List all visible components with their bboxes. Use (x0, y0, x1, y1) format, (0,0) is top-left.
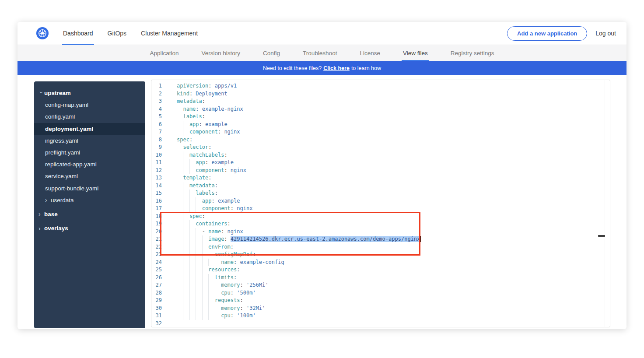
code-line[interactable]: 14metadata: (151, 182, 610, 190)
indent-guides (177, 197, 202, 205)
indent-guides (177, 144, 183, 151)
line-content[interactable]: apiVersion: apps/v1 (177, 82, 237, 90)
logout-link[interactable]: Log out (595, 30, 616, 37)
line-content[interactable]: component: nginx (177, 167, 246, 175)
code-line[interactable]: 2kind: Deployment (151, 90, 610, 98)
tab-version-history[interactable]: Version history (200, 45, 242, 61)
code-line[interactable]: 6app: example (151, 121, 610, 129)
line-content[interactable]: labels: (177, 190, 218, 197)
line-content[interactable]: resources: (177, 266, 240, 274)
yaml-value: example (205, 121, 228, 127)
tree-file-service.yaml[interactable]: service.yaml (34, 170, 145, 182)
tab-registry-settings[interactable]: Registry settings (449, 45, 496, 61)
code-line[interactable]: 25resources: (151, 266, 610, 274)
tree-file-preflight.yaml[interactable]: preflight.yaml (34, 147, 145, 158)
code-line[interactable]: 8spec: (151, 136, 610, 144)
nav-item-cluster-management[interactable]: Cluster Management (140, 22, 199, 45)
tab-application[interactable]: Application (148, 45, 180, 61)
code-line[interactable]: 15labels: (151, 190, 610, 197)
tree-file-config.yaml[interactable]: config.yaml (34, 111, 145, 123)
code-line[interactable]: 12component: nginx (151, 167, 610, 175)
line-content[interactable]: memory: '32Mi' (177, 305, 265, 312)
tree-folder-overlays[interactable]: ›overlays (34, 222, 145, 234)
code-line[interactable]: 29requests: (151, 297, 610, 305)
tab-troubleshoot[interactable]: Troubleshoot (301, 45, 338, 61)
indent-guides (177, 151, 189, 159)
code-line[interactable]: 3metadata: (151, 98, 610, 105)
line-content[interactable]: selector: (177, 144, 211, 151)
code-line[interactable]: 31cpu: '100m' (151, 312, 610, 320)
line-content[interactable]: - configMapRef: (177, 251, 256, 259)
tree-file-replicated-app.yaml[interactable]: replicated-app.yaml (34, 158, 145, 170)
code-line[interactable]: 28cpu: '500m' (151, 289, 610, 297)
code-line[interactable]: 5labels: (151, 113, 610, 121)
line-content[interactable]: kind: Deployment (177, 90, 228, 98)
indent-guides (177, 174, 183, 182)
nav-item-gitops[interactable]: GitOps (107, 22, 128, 45)
code-line[interactable]: 23- configMapRef: (151, 251, 610, 259)
tree-file-ingress.yaml[interactable]: ingress.yaml (34, 135, 145, 147)
line-content[interactable]: name: example-nginx (177, 105, 243, 113)
tree-file-support-bundle.yaml[interactable]: support-bundle.yaml (34, 183, 145, 194)
line-content[interactable]: cpu: '100m' (177, 312, 256, 320)
code-line[interactable]: 19containers: (151, 220, 610, 228)
code-line[interactable]: 1apiVersion: apps/v1 (151, 82, 610, 90)
tree-file-deployment.yaml[interactable]: deployment.yaml (34, 123, 145, 135)
code-line[interactable]: 4name: example-nginx (151, 105, 610, 113)
add-application-button[interactable]: Add a new application (507, 26, 587, 41)
line-content[interactable]: containers: (177, 220, 231, 228)
tab-config[interactable]: Config (262, 45, 281, 61)
yaml-value: Deployment (196, 91, 227, 97)
code-line[interactable]: 18spec: (151, 213, 610, 221)
code-line[interactable]: 20- name: nginx (151, 228, 610, 236)
line-content[interactable]: cpu: '500m' (177, 289, 256, 297)
line-content[interactable]: component: nginx (177, 205, 252, 213)
line-content[interactable]: memory: '256Mi' (177, 281, 269, 289)
line-content[interactable]: metadata: (177, 182, 218, 190)
line-content[interactable]: envFrom: (177, 243, 234, 251)
line-content[interactable]: template: (177, 174, 211, 182)
code-line[interactable]: 27memory: '256Mi' (151, 281, 610, 289)
code-line[interactable]: 7component: nginx (151, 128, 610, 136)
tree-folder-userdata[interactable]: ›userdata (34, 194, 145, 206)
code-line[interactable]: 21image: 429114214526.dkr.ecr.us-east-2.… (151, 235, 610, 243)
tab-view-files[interactable]: View files (402, 45, 429, 61)
line-number: 22 (151, 243, 162, 251)
code-line[interactable]: 16app: example (151, 197, 610, 205)
line-content[interactable]: app: example (177, 159, 234, 167)
yaml-punct: : (231, 244, 234, 250)
nav-item-dashboard[interactable]: Dashboard (62, 22, 94, 45)
line-content[interactable]: component: nginx (177, 128, 240, 136)
code-line[interactable]: 13template: (151, 174, 610, 182)
code-line[interactable]: 32 (151, 320, 610, 328)
editor-scrollbar-thumb[interactable] (598, 235, 605, 237)
line-content[interactable]: limits: (177, 274, 237, 282)
code-area[interactable]: 1apiVersion: apps/v12kind: Deployment3me… (151, 80, 610, 327)
code-line[interactable]: 17component: nginx (151, 205, 610, 213)
tree-folder-upstream[interactable]: ›upstream (34, 87, 145, 99)
line-content[interactable]: app: example (177, 121, 228, 129)
yaml-code-editor[interactable]: 1apiVersion: apps/v12kind: Deployment3me… (151, 80, 610, 327)
banner-click-here-link[interactable]: Click here (323, 65, 350, 71)
line-content[interactable]: spec: (177, 136, 192, 144)
code-line[interactable]: 30memory: '32Mi' (151, 305, 610, 312)
tab-license[interactable]: License (358, 45, 382, 61)
line-content[interactable]: spec: (177, 213, 205, 221)
code-line[interactable]: 24name: example-config (151, 259, 610, 267)
tree-file-config-map.yaml[interactable]: config-map.yaml (34, 99, 145, 111)
yaml-value: '256Mi' (246, 282, 269, 288)
line-content[interactable]: image: 429114214526.dkr.ecr.us-east-2.am… (177, 235, 421, 243)
code-line[interactable]: 22envFrom: (151, 243, 610, 251)
line-content[interactable]: app: example (177, 197, 240, 205)
line-content[interactable]: matchLabels: (177, 151, 228, 159)
code-line[interactable]: 26limits: (151, 274, 610, 282)
code-line[interactable]: 11app: example (151, 159, 610, 167)
code-line[interactable]: 10matchLabels: (151, 151, 610, 159)
line-content[interactable]: labels: (177, 113, 205, 121)
line-content[interactable]: requests: (177, 297, 243, 305)
line-content[interactable]: - name: nginx (177, 228, 243, 236)
line-content[interactable]: name: example-config (177, 259, 284, 267)
tree-folder-base[interactable]: ›base (34, 208, 145, 220)
code-line[interactable]: 9selector: (151, 144, 610, 151)
line-content[interactable]: metadata: (177, 98, 205, 105)
